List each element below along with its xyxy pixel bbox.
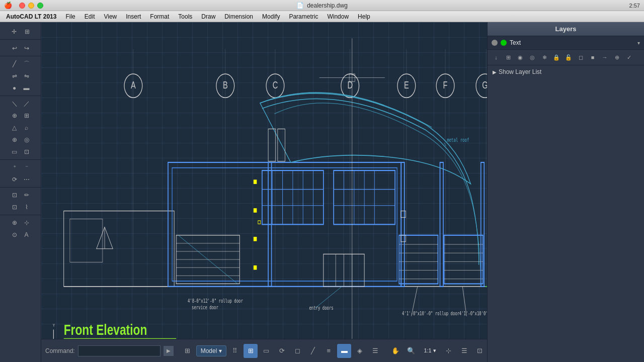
explode-tool[interactable]: ⋯	[21, 174, 32, 185]
menu-view[interactable]: View	[100, 12, 121, 21]
draw-line[interactable]: ＼	[9, 98, 20, 109]
fullscreen-toggle[interactable]: ⊡	[473, 344, 487, 358]
zoom-realtime[interactable]: ⊙	[9, 229, 20, 240]
draw-line2[interactable]: ／	[21, 98, 32, 109]
scale-arrow[interactable]: ▾	[433, 347, 436, 353]
hatch-tool[interactable]: ⊡	[9, 190, 20, 201]
separator-1	[0, 56, 41, 56]
menu-dimension[interactable]: Dimension	[220, 12, 257, 21]
fillet-tool[interactable]: ⟳	[9, 174, 20, 185]
layers-panel: Layers Text ▾ ↓ ⊞ ◉ ◎ ❄ 🔒 🔓 ◻ ■ → ⊕ ✓ ▶ …	[487, 22, 644, 362]
svg-text:G: G	[482, 79, 487, 91]
menu-modify[interactable]: Modify	[258, 12, 284, 21]
layer-tool-5[interactable]: ❄	[539, 52, 550, 63]
show-layer-list[interactable]: ▶ Show Layer List	[488, 65, 644, 78]
snap-toggle[interactable]: ⊞	[244, 344, 258, 358]
wipeout-tool[interactable]: ⌇	[21, 202, 32, 213]
otrack-toggle[interactable]: ╱	[306, 344, 320, 358]
svg-text:Y: Y	[53, 323, 55, 328]
arc-tool[interactable]: ⌒	[21, 58, 32, 69]
properties-tool[interactable]: ⊞	[22, 26, 33, 37]
search-tool[interactable]: ⊹	[21, 217, 32, 228]
spline-tool[interactable]: ⇋	[21, 70, 32, 81]
menu-edit[interactable]: Edit	[80, 12, 99, 21]
rotate-tool[interactable]: ⊕	[9, 134, 20, 145]
mirror-tool[interactable]: ◎	[21, 134, 32, 145]
text-tool[interactable]: A	[21, 229, 32, 240]
model-tab[interactable]: Model ▾	[196, 345, 227, 356]
extend-tool[interactable]: ⊡	[21, 146, 32, 157]
layer-tool-12[interactable]: ✓	[623, 52, 634, 63]
line-tool[interactable]: ╱	[9, 58, 20, 69]
menu-help[interactable]: Help	[354, 12, 374, 21]
menu-insert[interactable]: Insert	[122, 12, 145, 21]
menu-file[interactable]: File	[61, 12, 79, 21]
transparency-toggle[interactable]: ◈	[353, 344, 367, 358]
polyline-tool[interactable]: ⇌	[9, 70, 20, 81]
command-area: Command: ▶	[41, 339, 178, 362]
lineweight-toggle[interactable]: ▬	[337, 344, 351, 358]
offset-tool[interactable]: ⁺	[9, 162, 20, 173]
menu-draw[interactable]: Draw	[197, 12, 219, 21]
menu-tools[interactable]: Tools	[174, 12, 196, 21]
menu-parametric[interactable]: Parametric	[285, 12, 322, 21]
svg-rect-76	[254, 265, 257, 270]
svg-text:A: A	[131, 79, 136, 91]
svg-rect-77	[258, 221, 261, 224]
model-layout-icon[interactable]: ⊞	[181, 344, 195, 358]
array-tool[interactable]: ⊞	[21, 110, 32, 121]
grid-toggle[interactable]: ⠿	[228, 344, 242, 358]
pan-button[interactable]: ✋	[388, 344, 403, 358]
layer-tool-8[interactable]: ◻	[575, 52, 586, 63]
layer-tool-11[interactable]: ⊕	[611, 52, 622, 63]
minimize-button[interactable]	[28, 3, 34, 9]
annotation-scale[interactable]: ⊹	[442, 344, 456, 358]
chamfer-tool[interactable]: ⁻	[21, 162, 32, 173]
menu-format[interactable]: Format	[146, 12, 173, 21]
scale-tool[interactable]: △	[9, 122, 20, 133]
left-toolbar: ✛ ⊞ ↩ ↪ ╱ ⌒ ⇌ ⇋ ● ▬ ＼ ／ ⊕ ⊞ △	[0, 22, 41, 362]
menu-window[interactable]: Window	[323, 12, 353, 21]
time-display: 2:57	[629, 3, 640, 9]
maximize-button[interactable]	[37, 3, 43, 9]
layer-tool-9[interactable]: ■	[587, 52, 598, 63]
circle-tool[interactable]: ●	[9, 82, 20, 94]
svg-rect-56	[399, 235, 438, 284]
polar-toggle[interactable]: ⟳	[275, 344, 289, 358]
redo-button[interactable]: ↪	[21, 43, 32, 54]
zoom-button[interactable]: 🔍	[404, 344, 418, 358]
app-title: AutoCAD LT 2013	[2, 12, 60, 21]
command-input[interactable]	[78, 345, 160, 356]
menu-bar: AutoCAD LT 2013 File Edit View Insert Fo…	[0, 11, 644, 22]
layer-tool-4[interactable]: ◎	[527, 52, 538, 63]
trim-tool[interactable]: ▭	[9, 146, 20, 157]
svg-text:4'1'-0"x10'0" rollup door: 4'1'-0"x10'0" rollup door	[459, 311, 487, 316]
layer-tool-6[interactable]: 🔒	[551, 52, 562, 63]
apple-logo: 🍎	[4, 2, 12, 9]
select-tool[interactable]: ✛	[9, 26, 20, 37]
layer-tool-3[interactable]: ◉	[515, 52, 526, 63]
close-button[interactable]	[19, 3, 25, 9]
ducs-toggle[interactable]: ≡	[321, 344, 336, 358]
region-tool[interactable]: ⊡	[9, 202, 20, 213]
selcycle-toggle[interactable]: ☰	[368, 344, 382, 358]
layer-tool-1[interactable]: ↓	[491, 52, 502, 63]
layer-tool-2[interactable]: ⊞	[503, 52, 514, 63]
layer-dropdown-arrow[interactable]: ▾	[637, 40, 640, 46]
osnap-toggle[interactable]: ◻	[290, 344, 304, 358]
ortho-toggle[interactable]: ▭	[259, 344, 273, 358]
bottom-icons-right: ✋ 🔍 1:1 ▾ ⊹ ☰ ⊡	[385, 344, 487, 358]
rectangle-tool[interactable]: ▬	[21, 82, 32, 94]
command-submit[interactable]: ▶	[164, 346, 174, 356]
layer-tool-10[interactable]: →	[599, 52, 610, 63]
svg-text:entry doors: entry doors	[309, 305, 333, 311]
stretch-tool[interactable]: ⌕	[21, 122, 32, 133]
pan-tool[interactable]: ⊕	[9, 217, 20, 228]
canvas-area[interactable]: A B C D E F G	[41, 22, 487, 362]
layer-list-collapse-icon: ▶	[493, 69, 497, 75]
gradient-tool[interactable]: ✏	[21, 190, 32, 201]
workspace-switch[interactable]: ☰	[457, 344, 471, 358]
layer-tool-7[interactable]: 🔓	[563, 52, 574, 63]
move-tool[interactable]: ⊕	[9, 110, 20, 121]
undo-button[interactable]: ↩	[9, 43, 20, 54]
